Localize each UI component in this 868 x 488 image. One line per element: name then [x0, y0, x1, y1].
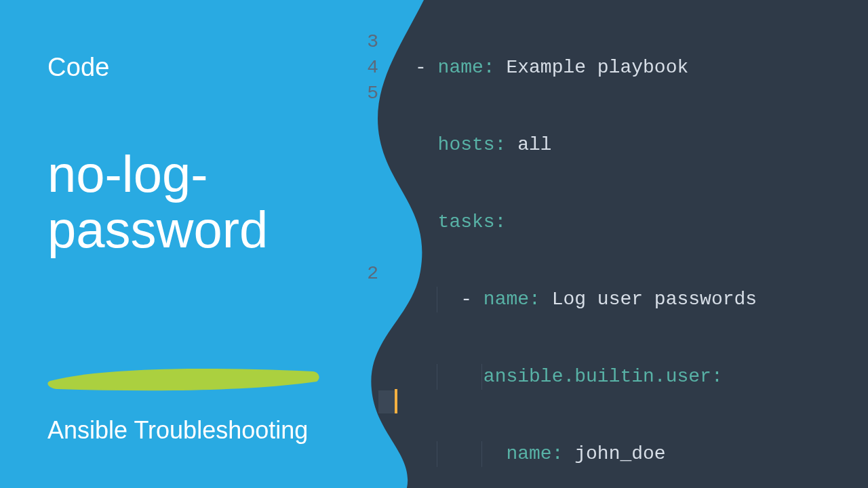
code-row: - name: Example playbook	[415, 55, 757, 81]
yaml-dash: -	[460, 289, 484, 310]
subtitle-text: Ansible Troubleshooting	[47, 416, 308, 445]
yaml-key: tasks:	[438, 211, 507, 232]
yaml-value: all	[506, 134, 551, 155]
code-row: name: john_doe	[415, 441, 757, 467]
code-row: ansible.builtin.user:	[415, 364, 757, 390]
slide-root: Code no-log- password Ansible Troublesho…	[0, 0, 868, 488]
gutter-line	[354, 3, 378, 29]
title-line1: no-log-	[47, 145, 208, 203]
kicker-text: Code	[47, 53, 268, 82]
gutter-line	[354, 338, 378, 364]
code-row: tasks:	[415, 209, 757, 235]
yaml-value: john_doe	[563, 443, 665, 464]
highlight-underline	[42, 359, 327, 396]
yaml-value: Log user passwords	[540, 289, 757, 310]
gutter-line	[354, 312, 378, 338]
code-row: - name: Log user passwords	[415, 287, 757, 312]
gutter-line	[354, 287, 378, 312]
yaml-key: hosts:	[438, 134, 507, 155]
gutter-line: 3	[354, 29, 378, 55]
yaml-key: ansible.builtin.user:	[484, 366, 723, 387]
yaml-key: name:	[484, 289, 540, 310]
gutter-line	[354, 209, 378, 235]
yaml-value: Example playbook	[495, 57, 689, 78]
gutter-line: 5	[354, 81, 378, 106]
code-row: hosts: all	[415, 132, 757, 158]
editor-gutter: 3 4 5 2	[354, 3, 378, 364]
gutter-line	[354, 158, 378, 184]
main-title: no-log- password	[47, 146, 268, 258]
yaml-key: name:	[506, 443, 563, 464]
left-column: Code no-log- password	[47, 53, 268, 258]
yaml-dash: -	[415, 57, 438, 78]
gutter-line	[354, 132, 378, 158]
gutter-line: 4	[354, 55, 378, 81]
cursor-selection-block	[378, 390, 395, 413]
gutter-line	[354, 184, 378, 209]
gutter-line: 2	[354, 261, 378, 287]
editor-caret	[395, 389, 397, 413]
yaml-key: name:	[438, 57, 495, 78]
editor-code: - name: Example playbook hosts: all task…	[415, 3, 757, 488]
gutter-line	[354, 106, 378, 132]
title-line2: password	[47, 201, 268, 258]
gutter-line	[354, 235, 378, 261]
